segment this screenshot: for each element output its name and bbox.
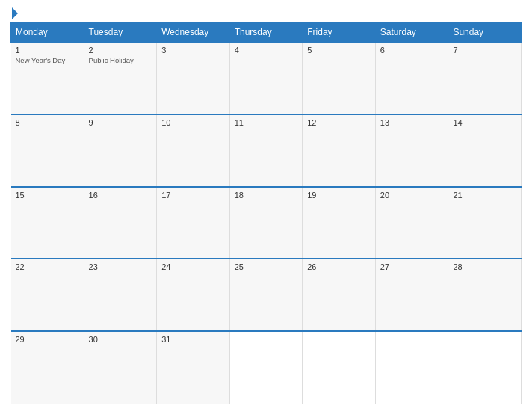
day-of-week-header: Saturday <box>375 23 448 43</box>
calendar-day-cell <box>375 331 448 404</box>
day-number: 7 <box>453 46 516 55</box>
calendar-day-cell: 21 <box>448 187 522 259</box>
day-number: 9 <box>89 118 152 127</box>
calendar-week-row: 891011121314 <box>11 114 522 187</box>
day-number: 30 <box>89 335 152 344</box>
calendar-day-cell: 8 <box>11 114 84 187</box>
day-of-week-header: Tuesday <box>84 23 157 43</box>
day-number: 25 <box>235 262 298 271</box>
calendar-header-row: MondayTuesdayWednesdayThursdayFridaySatu… <box>11 23 522 43</box>
day-number: 28 <box>453 262 516 271</box>
calendar-day-cell: 22 <box>11 259 84 331</box>
day-number: 12 <box>307 118 371 127</box>
calendar-day-cell: 13 <box>375 114 448 187</box>
day-number: 18 <box>235 191 298 200</box>
header <box>10 7 522 19</box>
calendar-day-cell: 18 <box>229 187 303 259</box>
day-of-week-header: Wednesday <box>157 23 230 43</box>
calendar-day-cell: 1New Year's Day <box>11 42 84 114</box>
calendar-day-cell: 24 <box>157 259 230 331</box>
calendar-day-cell: 30 <box>84 331 157 404</box>
calendar-day-cell: 25 <box>229 259 303 331</box>
day-number: 2 <box>89 46 152 55</box>
day-number: 20 <box>380 191 444 200</box>
calendar-day-cell <box>229 331 303 404</box>
day-number: 23 <box>89 262 152 271</box>
holiday-label: Public Holiday <box>89 56 152 64</box>
day-of-week-header: Thursday <box>229 23 303 43</box>
holiday-label: New Year's Day <box>16 56 79 64</box>
calendar-week-row: 1New Year's Day2Public Holiday34567 <box>11 42 522 114</box>
day-number: 19 <box>307 191 371 200</box>
calendar-week-row: 15161718192021 <box>11 187 522 259</box>
day-of-week-header: Monday <box>11 23 84 43</box>
day-number: 29 <box>16 335 79 344</box>
calendar-day-cell: 16 <box>84 187 157 259</box>
calendar-day-cell: 26 <box>303 259 376 331</box>
day-number: 15 <box>16 191 79 200</box>
calendar-day-cell: 27 <box>375 259 448 331</box>
calendar-day-cell: 9 <box>84 114 157 187</box>
calendar-day-cell: 15 <box>11 187 84 259</box>
day-number: 24 <box>161 262 225 271</box>
day-number: 4 <box>235 46 298 55</box>
calendar-day-cell: 12 <box>303 114 376 187</box>
calendar-day-cell: 3 <box>157 42 230 114</box>
logo-blue-text <box>10 7 18 19</box>
calendar-day-cell: 28 <box>448 259 522 331</box>
calendar-day-cell: 11 <box>229 114 303 187</box>
day-number: 21 <box>453 191 516 200</box>
day-number: 22 <box>16 262 79 271</box>
calendar-day-cell: 6 <box>375 42 448 114</box>
calendar-day-cell: 29 <box>11 331 84 404</box>
calendar-week-row: 22232425262728 <box>11 259 522 331</box>
calendar-day-cell: 20 <box>375 187 448 259</box>
calendar-day-cell: 14 <box>448 114 522 187</box>
calendar-day-cell: 5 <box>303 42 376 114</box>
calendar-table: MondayTuesdayWednesdayThursdayFridaySatu… <box>10 22 522 404</box>
calendar-day-cell <box>303 331 376 404</box>
calendar-day-cell: 4 <box>229 42 303 114</box>
day-number: 8 <box>16 118 79 127</box>
day-number: 6 <box>380 46 444 55</box>
calendar-page: MondayTuesdayWednesdayThursdayFridaySatu… <box>0 0 532 411</box>
day-number: 11 <box>235 118 298 127</box>
calendar-day-cell: 23 <box>84 259 157 331</box>
calendar-day-cell: 17 <box>157 187 230 259</box>
day-number: 16 <box>89 191 152 200</box>
calendar-day-cell: 19 <box>303 187 376 259</box>
calendar-day-cell: 31 <box>157 331 230 404</box>
calendar-day-cell <box>448 331 522 404</box>
calendar-week-row: 293031 <box>11 331 522 404</box>
logo-triangle-icon <box>12 7 18 19</box>
day-number: 1 <box>16 46 79 55</box>
day-number: 26 <box>307 262 371 271</box>
calendar-day-cell: 10 <box>157 114 230 187</box>
calendar-day-cell: 7 <box>448 42 522 114</box>
day-number: 13 <box>380 118 444 127</box>
day-of-week-header: Sunday <box>448 23 522 43</box>
day-number: 14 <box>453 118 516 127</box>
day-number: 5 <box>307 46 371 55</box>
day-number: 3 <box>161 46 225 55</box>
day-of-week-header: Friday <box>303 23 376 43</box>
day-number: 17 <box>161 191 225 200</box>
day-number: 27 <box>380 262 444 271</box>
day-number: 10 <box>161 118 225 127</box>
logo <box>10 7 18 19</box>
day-number: 31 <box>161 335 225 344</box>
calendar-day-cell: 2Public Holiday <box>84 42 157 114</box>
